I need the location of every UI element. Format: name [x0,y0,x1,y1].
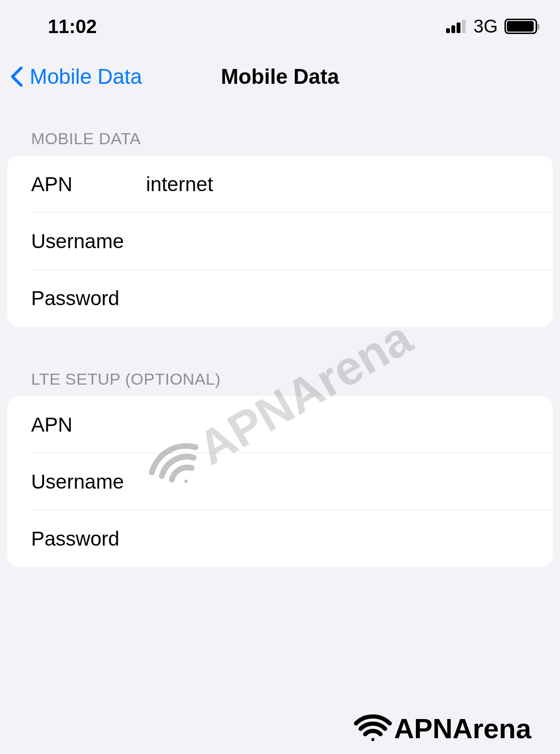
password-label: Password [31,287,146,310]
watermark-bottom: APNArena [354,712,531,744]
status-bar: 11:02 3G [0,0,560,53]
status-indicators: 3G [446,16,537,37]
lte-password-input[interactable] [146,527,529,550]
page-title: Mobile Data [221,65,339,89]
section-mobile-data: APN Username Password [7,156,553,327]
content: MOBILE DATA APN Username Password LTE SE… [0,101,560,567]
username-label: Username [31,230,146,253]
row-username[interactable]: Username [7,213,553,270]
lte-apn-input[interactable] [146,413,529,436]
section-header-lte: LTE SETUP (OPTIONAL) [7,370,553,396]
status-time: 11:02 [48,16,97,37]
navigation-bar: Mobile Data Mobile Data [0,53,560,101]
apn-input[interactable] [146,173,529,196]
chevron-back-icon [10,66,24,87]
lte-apn-label: APN [31,413,146,436]
lte-username-input[interactable] [146,470,529,493]
section-lte: APN Username Password [7,396,553,567]
cell-signal-icon [446,20,466,33]
row-apn[interactable]: APN [7,156,553,213]
section-header-mobile-data: MOBILE DATA [7,129,553,156]
username-input[interactable] [146,230,529,253]
lte-username-label: Username [31,470,146,493]
apn-label: APN [31,173,146,196]
watermark-bottom-text: APNArena [394,712,531,744]
row-lte-apn[interactable]: APN [7,396,553,453]
row-lte-password[interactable]: Password [7,510,553,567]
wifi-icon [354,714,392,743]
network-type: 3G [473,16,498,37]
back-button[interactable]: Mobile Data [10,65,142,89]
back-label: Mobile Data [30,65,142,89]
row-password[interactable]: Password [7,270,553,327]
row-lte-username[interactable]: Username [7,453,553,510]
lte-password-label: Password [31,527,146,550]
battery-icon [504,19,537,34]
password-input[interactable] [146,287,529,310]
